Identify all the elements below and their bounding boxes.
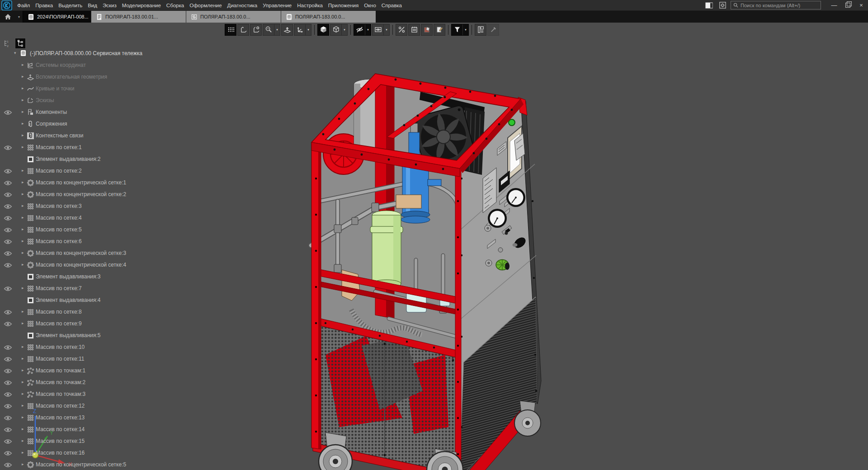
home-dropdown[interactable]: ▾ bbox=[15, 11, 23, 23]
command-search-input[interactable]: Поиск по командам (Alt+/) bbox=[731, 1, 821, 9]
expand-arrow-icon[interactable]: ▸ bbox=[22, 121, 24, 126]
eyedropper-button[interactable] bbox=[487, 24, 499, 36]
menu-8[interactable]: Оформление bbox=[187, 0, 224, 11]
visibility-eye-icon[interactable] bbox=[4, 451, 12, 456]
menu-13[interactable]: Окно bbox=[361, 0, 379, 11]
tree-row-33[interactable]: ▸Массив по сетке:14 bbox=[0, 424, 172, 436]
expand-arrow-icon[interactable]: ▸ bbox=[22, 62, 24, 67]
expand-arrow-icon[interactable]: ▸ bbox=[22, 344, 24, 349]
visibility-eye-icon[interactable] bbox=[4, 227, 12, 233]
tree-row-18[interactable]: ▸Массив по концентрической сетке:3 bbox=[0, 248, 172, 259]
menu-9[interactable]: Диагностика bbox=[225, 0, 260, 11]
expand-arrow-icon[interactable]: ▸ bbox=[22, 239, 24, 243]
tree-row-7[interactable]: ▸Сопряжения bbox=[0, 118, 172, 130]
expand-arrow-icon[interactable]: ▸ bbox=[22, 133, 24, 137]
visibility-eye-icon[interactable] bbox=[4, 110, 12, 115]
expand-arrow-icon[interactable]: ▸ bbox=[22, 250, 24, 255]
expand-arrow-icon[interactable]: ▸ bbox=[22, 86, 24, 90]
visibility-eye-icon[interactable] bbox=[4, 368, 12, 374]
expand-arrow-icon[interactable]: ▸ bbox=[22, 356, 24, 361]
expand-arrow-icon[interactable]: ▸ bbox=[22, 427, 24, 431]
expand-arrow-icon[interactable]: ▸ bbox=[22, 227, 24, 231]
menu-11[interactable]: Настройка bbox=[294, 0, 326, 11]
tree-row-27[interactable]: ▸Массив по сетке:11 bbox=[0, 353, 172, 365]
grid-snap-button[interactable] bbox=[225, 24, 236, 36]
tree-row-29[interactable]: ▸Массив по точкам:2 bbox=[0, 377, 172, 389]
expand-arrow-icon[interactable]: ▸ bbox=[22, 203, 24, 208]
tree-row-9[interactable]: ▸Массив по сетке:1 bbox=[0, 142, 172, 154]
document-tab-4[interactable]: ПОЛЯР.АП-183.00.0... bbox=[281, 11, 376, 23]
tree-row-23[interactable]: ▸Массив по сетке:8 bbox=[0, 306, 172, 318]
menu-14[interactable]: Справка bbox=[379, 0, 405, 11]
expand-arrow-icon[interactable]: ▸ bbox=[22, 415, 24, 419]
restore-button[interactable] bbox=[841, 0, 854, 11]
app-logo-icon[interactable] bbox=[1, 0, 13, 10]
tree-composition-button[interactable] bbox=[15, 38, 26, 49]
visibility-eye-icon[interactable] bbox=[4, 345, 12, 350]
sketch-board-button[interactable] bbox=[408, 24, 420, 36]
scene-settings-button[interactable] bbox=[421, 24, 433, 36]
visibility-eye-icon[interactable] bbox=[4, 392, 12, 397]
visibility-eye-icon[interactable] bbox=[4, 169, 12, 174]
tree-row-6[interactable]: ▸Компоненты bbox=[0, 107, 172, 118]
minimize-button[interactable]: — bbox=[827, 0, 841, 11]
menu-1[interactable]: Файл bbox=[14, 0, 33, 11]
display-mode-dropdown[interactable]: ▾ bbox=[341, 24, 347, 35]
zoom-command-dropdown[interactable]: ▾ bbox=[274, 24, 280, 35]
visibility-eye-icon[interactable] bbox=[4, 251, 12, 256]
tree-row-21[interactable]: ▸Массив по сетке:7 bbox=[0, 283, 172, 295]
menu-2[interactable]: Правка bbox=[33, 0, 56, 11]
hide-objects-button[interactable]: ▾ bbox=[354, 24, 371, 36]
collapse-arrow-icon[interactable]: ▾ bbox=[14, 51, 16, 55]
visibility-eye-icon[interactable] bbox=[4, 216, 12, 221]
tree-row-10[interactable]: Элемент выдавливания:2 bbox=[0, 154, 172, 165]
document-tab-2[interactable]: ПОЛЯР.АП-183.00.01... bbox=[91, 11, 186, 23]
visibility-eye-icon[interactable] bbox=[4, 404, 12, 409]
workplane-button[interactable] bbox=[250, 24, 262, 36]
menu-10[interactable]: Управление bbox=[260, 0, 294, 11]
expand-arrow-icon[interactable]: ▸ bbox=[22, 403, 24, 408]
visibility-eye-icon[interactable] bbox=[4, 321, 12, 327]
menu-5[interactable]: Эскиз bbox=[100, 0, 119, 11]
show-in-window-dropdown[interactable]: ▾ bbox=[383, 24, 389, 35]
tree-row-16[interactable]: ▸Массив по сетке:5 bbox=[0, 224, 172, 236]
document-tab-3[interactable]: ПОЛЯР.АП-183.00.0... bbox=[186, 11, 281, 23]
sketch-mode-button[interactable] bbox=[237, 24, 249, 36]
menu-12[interactable]: Приложения bbox=[326, 0, 361, 11]
visibility-eye-icon[interactable] bbox=[4, 204, 12, 209]
model-service-cart[interactable] bbox=[307, 66, 561, 470]
expand-arrow-icon[interactable]: ▸ bbox=[22, 380, 24, 384]
show-in-window-button[interactable]: ▾ bbox=[372, 24, 390, 36]
hide-objects-dropdown[interactable]: ▾ bbox=[365, 24, 371, 35]
visibility-eye-icon[interactable] bbox=[4, 192, 12, 197]
tree-row-20[interactable]: Элемент выдавливания:3 bbox=[0, 271, 172, 283]
tree-row-5[interactable]: ▸Эскизы bbox=[0, 95, 172, 107]
display-mode-button[interactable]: ▾ bbox=[330, 24, 348, 36]
tree-row-14[interactable]: ▸Массив по сетке:3 bbox=[0, 201, 172, 212]
visibility-eye-icon[interactable] bbox=[4, 427, 12, 432]
filter-dropdown[interactable]: ▾ bbox=[462, 24, 468, 35]
expand-arrow-icon[interactable]: ▸ bbox=[22, 145, 24, 149]
tree-row-25[interactable]: Элемент выдавливания:5 bbox=[0, 330, 172, 342]
expand-arrow-icon[interactable]: ▸ bbox=[22, 98, 24, 102]
tree-row-32[interactable]: ▸Массив по сетке:13 bbox=[0, 412, 172, 424]
expand-arrow-icon[interactable]: ▸ bbox=[22, 438, 24, 443]
expand-arrow-icon[interactable]: ▸ bbox=[22, 368, 24, 372]
tree-row-17[interactable]: ▸Массив по сетке:6 bbox=[0, 236, 172, 248]
tree-row-30[interactable]: ▸Массив по точкам:3 bbox=[0, 389, 172, 400]
shaded-display-button[interactable] bbox=[317, 24, 329, 36]
expand-arrow-icon[interactable]: ▸ bbox=[22, 309, 24, 314]
annotation-button[interactable] bbox=[434, 24, 445, 36]
menu-6[interactable]: Моделирование bbox=[119, 0, 164, 11]
document-tab-1[interactable]: 2024\ПОЛЯР.АП-008...× bbox=[23, 11, 91, 23]
coordinate-triad-button[interactable]: ▾ bbox=[294, 24, 311, 36]
tree-row-2[interactable]: ▸Системы координат bbox=[0, 60, 172, 71]
visibility-eye-icon[interactable] bbox=[4, 439, 12, 444]
expand-arrow-icon[interactable]: ▸ bbox=[22, 168, 24, 173]
tree-row-12[interactable]: ▸Массив по концентрической сетке:1 bbox=[0, 177, 172, 189]
tree-row-28[interactable]: ▸Массив по точкам:1 bbox=[0, 365, 172, 377]
tree-row-4[interactable]: ▸Кривые и точки bbox=[0, 83, 172, 95]
visibility-eye-icon[interactable] bbox=[4, 357, 12, 362]
tree-row-22[interactable]: Элемент выдавливания:4 bbox=[0, 295, 172, 306]
expand-arrow-icon[interactable]: ▸ bbox=[22, 262, 24, 267]
